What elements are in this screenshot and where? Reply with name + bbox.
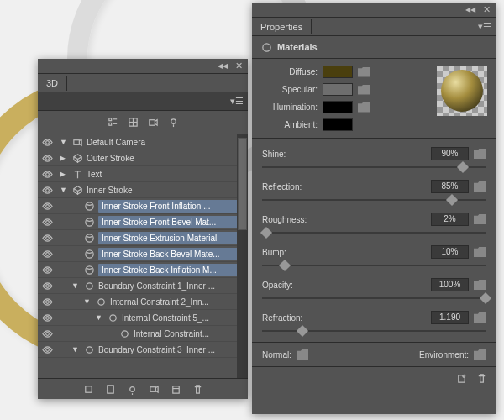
properties-footer — [252, 367, 496, 389]
expand-arrow-icon[interactable]: ▶ — [60, 170, 68, 178]
camera-icon[interactable] — [147, 117, 159, 129]
slider-thumb[interactable] — [297, 325, 308, 337]
tree-row[interactable]: ▼Internal Constraint 5_... — [38, 310, 248, 326]
close-icon[interactable]: ✕ — [480, 4, 492, 16]
tree-item-label: Text — [87, 170, 244, 179]
visibility-icon[interactable] — [41, 200, 53, 212]
folder-icon[interactable] — [474, 312, 486, 323]
foot-icon-3[interactable] — [126, 384, 138, 396]
svg-point-25 — [45, 284, 49, 287]
mat-icon — [83, 216, 95, 228]
folder-icon[interactable] — [474, 349, 486, 360]
panel-menu-icon[interactable]: ▾☰ — [479, 21, 491, 33]
tree-row[interactable]: Inner Stroke Front Inflation ... — [38, 198, 248, 214]
filter-icon[interactable] — [107, 117, 118, 129]
folder-icon[interactable] — [297, 349, 308, 360]
tree-row[interactable]: ▶Text — [38, 166, 248, 182]
tree-row[interactable]: Inner Stroke Front Bevel Mat... — [38, 214, 248, 230]
slider-thumb[interactable] — [457, 161, 469, 173]
expand-arrow-icon[interactable]: ▼ — [60, 186, 68, 194]
visibility-icon[interactable] — [41, 232, 53, 244]
expand-arrow-icon[interactable]: ▼ — [83, 297, 92, 306]
tree-row[interactable]: ▼Boundary Constraint 1_Inner ... — [38, 278, 248, 294]
visibility-icon[interactable] — [41, 280, 53, 291]
visibility-icon[interactable] — [41, 216, 53, 228]
expand-arrow-icon[interactable]: ▼ — [71, 345, 80, 354]
expand-arrow-icon[interactable]: ▶ — [60, 154, 68, 162]
folder-icon[interactable] — [358, 102, 370, 113]
tree-row[interactable]: ▼Boundary Constraint 3_Inner ... — [38, 342, 248, 358]
slider-value[interactable]: 100% — [431, 278, 469, 291]
visibility-icon[interactable] — [41, 136, 53, 148]
trash-icon[interactable] — [192, 384, 203, 396]
slider-track[interactable] — [262, 199, 486, 201]
new-icon[interactable] — [170, 384, 181, 396]
new-preset-icon[interactable] — [455, 372, 467, 384]
tree-row[interactable]: ▼Internal Constraint 2_Inn... — [38, 294, 248, 310]
slider-thumb[interactable] — [260, 227, 272, 239]
visibility-icon[interactable] — [41, 264, 53, 276]
visibility-icon[interactable] — [41, 152, 53, 164]
slider-track[interactable] — [262, 232, 486, 234]
slider-value[interactable]: 85% — [431, 180, 469, 193]
folder-icon[interactable] — [474, 280, 486, 290]
folder-icon[interactable] — [474, 149, 486, 159]
slider-value[interactable]: 2% — [431, 213, 469, 226]
preview-sphere — [441, 70, 483, 112]
svg-point-19 — [45, 236, 49, 239]
grid-icon[interactable] — [127, 117, 139, 129]
tree-row[interactable]: Inner Stroke Back Bevel Mate... — [38, 246, 248, 262]
slider-track[interactable] — [262, 265, 486, 266]
trash-icon[interactable] — [475, 372, 487, 384]
foot-icon-1[interactable] — [82, 384, 94, 396]
foot-icon-2[interactable] — [104, 384, 116, 396]
slider-thumb[interactable] — [446, 194, 458, 206]
tree-row[interactable]: ▶Outer Stroke — [38, 150, 248, 166]
slider-track[interactable] — [262, 297, 486, 299]
tree-row[interactable]: Internal Constraint... — [38, 326, 248, 342]
tree-row[interactable]: ▼Inner Stroke — [38, 182, 248, 198]
visibility-icon[interactable] — [41, 248, 53, 260]
expand-arrow-icon[interactable]: ▼ — [95, 313, 103, 322]
tree-row[interactable]: Inner Stroke Extrusion Material — [38, 230, 248, 246]
visibility-icon[interactable] — [41, 344, 53, 355]
visibility-icon[interactable] — [41, 168, 53, 180]
close-icon[interactable]: ✕ — [233, 60, 244, 72]
visibility-icon[interactable] — [41, 312, 53, 323]
folder-icon[interactable] — [474, 247, 486, 257]
folder-icon[interactable] — [358, 67, 370, 77]
folder-icon[interactable] — [474, 181, 486, 192]
diffuse-swatch[interactable] — [323, 66, 353, 78]
folder-icon[interactable] — [474, 214, 486, 224]
scroll-thumb[interactable] — [238, 138, 247, 230]
slider-thumb[interactable] — [279, 260, 291, 271]
expand-arrow-icon[interactable]: ▼ — [71, 281, 80, 290]
expand-arrow-icon[interactable]: ▼ — [60, 138, 68, 146]
foot-icon-4[interactable] — [148, 384, 160, 396]
slider-track[interactable] — [262, 166, 486, 168]
visibility-icon[interactable] — [41, 328, 53, 339]
material-preview[interactable] — [437, 66, 487, 116]
tree-row[interactable]: ▼Default Camera — [38, 134, 248, 150]
slider-value[interactable]: 90% — [431, 147, 469, 160]
slider-track[interactable] — [262, 330, 486, 332]
slider-value[interactable]: 1.190 — [431, 311, 469, 324]
slider-thumb[interactable] — [480, 292, 491, 304]
slider-value[interactable]: 10% — [431, 245, 469, 259]
panel-menu-icon[interactable]: ▾☰ — [231, 96, 243, 108]
tab-3d[interactable]: 3D — [38, 76, 67, 91]
collapse-left-icon[interactable]: ◀◀ — [465, 6, 475, 13]
3d-tree: ▼Default Camera▶Outer Stroke▶Text▼Inner … — [38, 134, 248, 378]
svg-point-20 — [85, 234, 92, 241]
visibility-icon[interactable] — [41, 184, 53, 196]
specular-swatch[interactable] — [323, 83, 353, 96]
folder-icon[interactable] — [358, 85, 370, 95]
scrollbar[interactable] — [237, 134, 248, 378]
tree-row[interactable]: Inner Stroke Back Inflation M... — [38, 262, 248, 278]
ambient-swatch[interactable] — [323, 118, 353, 131]
visibility-icon[interactable] — [41, 296, 53, 307]
illumination-swatch[interactable] — [323, 101, 353, 113]
light-icon[interactable] — [167, 117, 179, 129]
collapse-left-icon[interactable]: ◀◀ — [218, 62, 228, 70]
tab-properties[interactable]: Properties — [252, 19, 312, 34]
